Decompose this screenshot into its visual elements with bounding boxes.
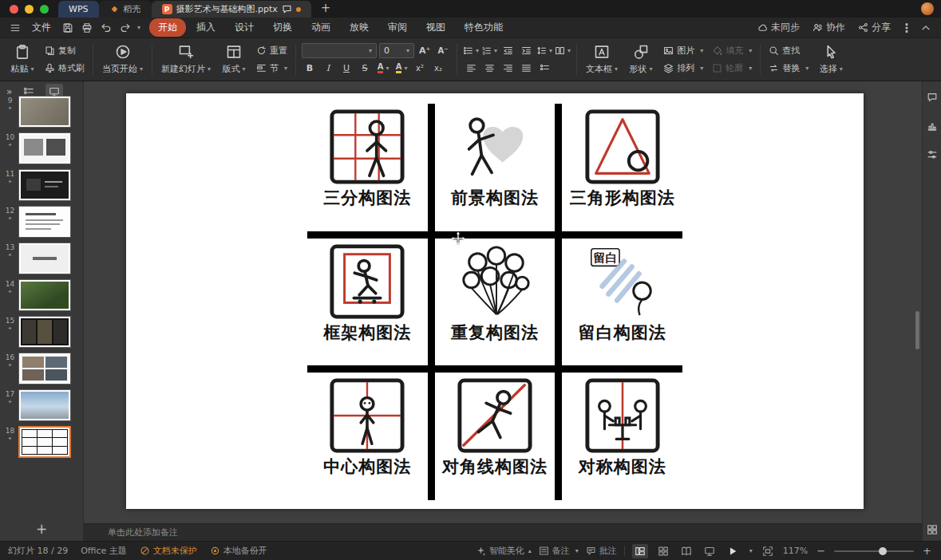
view-sorter-button[interactable] (655, 544, 671, 558)
bold-button[interactable]: B (302, 61, 318, 76)
chart-panel-icon[interactable] (925, 120, 939, 132)
slide-thumbnail-9[interactable]: 9✦ (4, 96, 80, 128)
comments-button[interactable]: 批注 (586, 545, 617, 557)
composition-cell-foreground[interactable]: 前景构图法 (435, 104, 556, 231)
text-direction-button[interactable] (536, 61, 552, 76)
undo-icon[interactable] (97, 20, 115, 36)
new-tab-button[interactable]: + (321, 1, 331, 15)
beautify-button[interactable]: 智能美化▴ (476, 545, 532, 557)
composition-cell-rule-of-thirds[interactable]: 三分构图法 (307, 104, 428, 231)
shape-button[interactable]: 形状 (624, 40, 658, 79)
picture-button[interactable]: 图片 (660, 43, 706, 58)
superscript-button[interactable]: x² (412, 61, 428, 76)
slide-thumb-preview[interactable] (18, 316, 71, 348)
menu-tab-6[interactable]: 审阅 (379, 18, 416, 37)
columns-button[interactable] (555, 43, 571, 58)
menu-tab-1[interactable]: 插入 (188, 18, 224, 37)
docer-tab[interactable]: 稻壳 (99, 1, 152, 18)
section-button[interactable]: 节 (253, 61, 291, 76)
line-spacing-button[interactable] (536, 43, 552, 58)
zoom-level[interactable]: 117% (783, 546, 808, 556)
decrease-font-size-button[interactable]: A⁻ (435, 43, 451, 58)
menu-tab-5[interactable]: 放映 (341, 18, 378, 37)
slide-thumbnail-14[interactable]: 14✦ (4, 279, 80, 311)
copy-button[interactable]: 复制 (42, 43, 88, 58)
slide-18[interactable]: 三分构图法前景构图法三角形构图法框架构图法重复构图法留白留白构图法中心构图法对角… (126, 93, 864, 509)
document-tab[interactable]: P 摄影艺术与基础构图.pptx (152, 1, 311, 18)
play-from-current-button[interactable]: 当页开始 (98, 40, 147, 79)
user-avatar[interactable] (921, 2, 934, 15)
align-left-button[interactable] (463, 61, 479, 76)
slide-thumb-preview[interactable] (18, 389, 71, 421)
underline-button[interactable]: U (338, 61, 354, 76)
backup-status[interactable]: 本地备份开 (210, 545, 267, 557)
zoom-slider[interactable] (834, 550, 914, 552)
slide-thumbnail-13[interactable]: 13✦ (4, 243, 80, 274)
composition-cell-diagonal[interactable]: 对角线构图法 (435, 373, 556, 500)
align-justify-button[interactable] (518, 61, 534, 76)
slide-thumbnail-16[interactable]: 16✦ (4, 353, 80, 385)
chevron-down-icon[interactable]: ▾ (137, 24, 140, 31)
composition-cell-negative-space[interactable]: 留白留白构图法 (562, 239, 682, 366)
zoom-window-button[interactable] (40, 5, 49, 14)
slide-thumb-preview[interactable] (18, 279, 71, 311)
theme-name[interactable]: Office 主题 (81, 545, 127, 557)
menu-tab-4[interactable]: 动画 (302, 18, 339, 37)
font-size-select[interactable]: 0 (379, 43, 414, 58)
select-button[interactable]: 选择 (814, 40, 848, 79)
wps-home-tab[interactable]: WPS (58, 1, 99, 18)
replace-button[interactable]: 替换 (765, 61, 812, 76)
slide-thumbnail-10[interactable]: 10✦ (4, 132, 80, 164)
italic-button[interactable]: I (320, 61, 336, 76)
subscript-button[interactable]: x₂ (430, 61, 446, 76)
menu-tab-3[interactable]: 切换 (264, 18, 301, 37)
protection-status[interactable]: 文档未保护 (140, 545, 197, 557)
fill-button[interactable]: 填充 (709, 43, 755, 58)
strikethrough-button[interactable]: S (357, 61, 373, 76)
slide-thumb-preview[interactable] (18, 206, 71, 238)
slide-thumbnail-17[interactable]: 17✦ (4, 389, 80, 421)
bullet-list-button[interactable] (463, 43, 479, 58)
paste-button[interactable]: 粘贴 (6, 40, 39, 79)
print-icon[interactable] (78, 20, 96, 36)
minimize-window-button[interactable] (25, 5, 34, 14)
zoom-knob[interactable] (879, 547, 887, 555)
slide-thumbnail-18[interactable]: 18✦ (4, 426, 80, 458)
slide-thumb-preview[interactable] (18, 426, 71, 458)
increase-font-size-button[interactable]: A⁺ (417, 43, 433, 58)
composition-cell-repetition[interactable]: 重复构图法 (435, 239, 556, 366)
slide-thumbnail-12[interactable]: 12✦ (4, 206, 80, 238)
layout-button[interactable]: 版式 (217, 40, 251, 79)
properties-panel-icon[interactable] (925, 148, 939, 161)
file-menu[interactable]: 文件 (26, 21, 57, 34)
comments-panel-icon[interactable] (925, 91, 939, 104)
sync-status[interactable]: 未同步 (752, 21, 805, 34)
share-button[interactable]: 分享 (852, 21, 896, 34)
play-options-icon[interactable]: ▾ (749, 547, 753, 554)
collapse-ribbon-icon[interactable] (917, 20, 935, 36)
font-name-select[interactable] (302, 43, 377, 58)
composition-cell-center[interactable]: 中心构图法 (307, 373, 428, 500)
slide-thumb-preview[interactable] (18, 169, 71, 201)
play-button[interactable] (725, 544, 741, 558)
add-slide-button[interactable]: + (0, 517, 83, 541)
view-read-button[interactable] (678, 544, 694, 558)
save-icon[interactable] (59, 20, 77, 36)
menu-tab-2[interactable]: 设计 (226, 18, 263, 37)
composition-cell-frame[interactable]: 框架构图法 (307, 239, 428, 366)
align-right-button[interactable] (500, 61, 516, 76)
increase-indent-button[interactable] (518, 43, 534, 58)
slide-canvas[interactable]: 三分构图法前景构图法三角形构图法框架构图法重复构图法留白留白构图法中心构图法对角… (84, 81, 922, 523)
more-options-icon[interactable] (898, 20, 915, 36)
collaborate-button[interactable]: 协作 (807, 21, 851, 34)
find-button[interactable]: 查找 (765, 43, 812, 58)
slide-thumb-preview[interactable] (18, 353, 71, 385)
reset-button[interactable]: 重置 (253, 43, 291, 58)
zoom-in-button[interactable]: + (921, 545, 933, 557)
font-color-button[interactable]: A (375, 61, 391, 76)
notes-button[interactable]: 备注 (539, 545, 579, 557)
slide-thumbnail-11[interactable]: 11✦ (4, 169, 80, 201)
composition-cell-symmetry[interactable]: 对称构图法 (562, 373, 682, 500)
redo-icon[interactable] (117, 20, 134, 36)
slide-thumb-preview[interactable] (18, 96, 71, 128)
